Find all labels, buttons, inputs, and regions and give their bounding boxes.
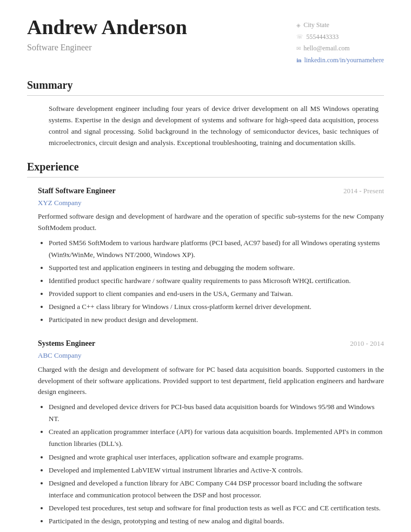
job-1-description: Performed software design and developmen… <box>38 211 384 234</box>
job-2-header: Systems Engineer 2010 - 2014 <box>38 338 384 349</box>
linkedin-row: in linkedin.com/in/yournamehere <box>296 55 384 67</box>
list-item: Provided support to client companies and… <box>49 288 384 300</box>
experience-section: Experience Staff Software Engineer 2014 … <box>27 159 384 528</box>
job-2-bullets: Designed and developed device drivers fo… <box>38 401 384 527</box>
list-item: Ported SM56 SoftModem to various hardwar… <box>49 237 384 261</box>
experience-title: Experience <box>27 159 384 178</box>
candidate-title: Software Engineer <box>27 41 187 54</box>
phone-row: ☏ 5554443333 <box>296 31 384 43</box>
list-item: Designed and wrote graphical user interf… <box>49 451 384 463</box>
list-item: Identified product specific hardware / s… <box>49 275 384 287</box>
job-1: Staff Software Engineer 2014 - Present X… <box>27 185 384 326</box>
list-item: Created an application programmer interf… <box>49 426 384 450</box>
list-item: Supported test and application engineers… <box>49 262 384 274</box>
location-row: ◈ City State <box>296 19 384 31</box>
header-left: Andrew Anderson Software Engineer <box>27 16 187 54</box>
email-row: ✉ hello@email.com <box>296 43 384 55</box>
email-icon: ✉ <box>296 44 301 54</box>
list-item: Participated in new product design and d… <box>49 314 384 326</box>
contact-info: ◈ City State ☏ 5554443333 ✉ hello@email.… <box>296 19 384 66</box>
summary-text: Software development engineer including … <box>27 103 384 148</box>
list-item: Developed and implemented LabVIEW virtua… <box>49 464 384 476</box>
job-1-dates: 2014 - Present <box>343 186 384 196</box>
list-item: Designed a C++ class library for Windows… <box>49 301 384 313</box>
job-1-bullets: Ported SM56 SoftModem to various hardwar… <box>38 237 384 326</box>
job-2-dates: 2010 - 2014 <box>350 338 384 349</box>
location-icon: ◈ <box>296 21 301 30</box>
resume-header: Andrew Anderson Software Engineer ◈ City… <box>27 16 384 66</box>
job-2-description: Charged with the design and development … <box>38 364 384 398</box>
list-item: Participated in the design, prototyping … <box>49 515 384 527</box>
list-item: Developed test procedures, test setup an… <box>49 502 384 514</box>
linkedin-text: linkedin.com/in/yournamehere <box>304 55 384 67</box>
candidate-name: Andrew Anderson <box>27 16 187 39</box>
job-2: Systems Engineer 2010 - 2014 ABC Company… <box>27 338 384 527</box>
job-1-company: XYZ Company <box>38 198 384 208</box>
summary-section: Summary Software development engineer in… <box>27 77 384 148</box>
list-item: Designed and developed a function librar… <box>49 477 384 501</box>
list-item: Designed and developed device drivers fo… <box>49 401 384 425</box>
phone-text: 5554443333 <box>306 31 339 43</box>
job-2-title: Systems Engineer <box>38 338 95 349</box>
location-text: City State <box>303 19 329 31</box>
job-1-header: Staff Software Engineer 2014 - Present <box>38 185 384 196</box>
job-1-title: Staff Software Engineer <box>38 185 116 196</box>
job-2-company: ABC Company <box>38 350 384 361</box>
email-text: hello@email.com <box>303 43 349 55</box>
phone-icon: ☏ <box>296 32 303 42</box>
linkedin-icon: in <box>296 55 301 66</box>
summary-title: Summary <box>27 77 384 96</box>
